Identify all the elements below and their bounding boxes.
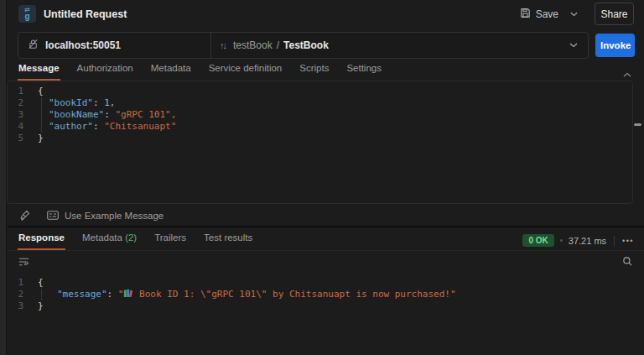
grpc-g-glyph: g: [24, 13, 29, 21]
json-number-value: 1,: [104, 97, 115, 108]
pane-resize-handle[interactable]: [634, 123, 641, 126]
line-number: 4: [8, 121, 23, 133]
request-header: ⇄ g Untitled Request Save Share: [8, 0, 644, 28]
response-toolbar: [8, 250, 644, 272]
server-url-field[interactable]: localhost:50051: [18, 33, 211, 58]
use-example-message-label: Use Example Message: [65, 211, 164, 221]
tab-message[interactable]: Message: [18, 60, 60, 81]
line-number: 2: [8, 289, 23, 300]
line-number: 2: [8, 97, 23, 109]
line-number: 3: [8, 109, 23, 121]
method-chevron-down-icon[interactable]: [559, 43, 588, 48]
bidirectional-arrows-icon: ↑↓: [220, 40, 226, 50]
indent-guide: [41, 97, 42, 133]
tab-response[interactable]: Response: [18, 229, 65, 250]
json-close-brace: }: [38, 133, 44, 144]
json-key: "author": [49, 121, 93, 132]
invoke-button[interactable]: Invoke: [595, 34, 635, 57]
response-section: Response Metadata (2) Trailers Test resu…: [8, 229, 644, 355]
save-options-chevron-down-icon[interactable]: [567, 8, 581, 20]
json-string-value: "Chitsanuapt": [104, 121, 176, 132]
tab-trailers[interactable]: Trailers: [153, 229, 187, 250]
line-number: 1: [8, 86, 23, 97]
tab-authorization[interactable]: Authorization: [76, 60, 134, 81]
save-button-label: Save: [536, 8, 558, 20]
divider: [614, 236, 615, 246]
json-key: "bookName": [49, 109, 104, 120]
beautify-button[interactable]: [19, 210, 30, 221]
wrap-text-icon[interactable]: [18, 257, 29, 267]
response-body-viewer[interactable]: 1 { 2 "message": " Book ID 1: \"gRPC 101…: [8, 272, 644, 312]
url-row: localhost:50051 ↑↓ testBook / TestBook I…: [8, 32, 644, 59]
json-key: "bookId": [49, 97, 93, 108]
json-open-brace: {: [38, 277, 44, 288]
tab-response-metadata[interactable]: Metadata (2): [81, 229, 138, 250]
use-example-message-button[interactable]: Use Example Message: [47, 208, 164, 223]
method-name: TestBook: [283, 39, 329, 51]
json-string-value: "gRPC 101",: [115, 109, 176, 120]
tab-settings[interactable]: Settings: [345, 60, 382, 81]
search-icon[interactable]: [622, 256, 633, 267]
line-number: 1: [8, 277, 23, 289]
collapse-pane-chevron-up-icon[interactable]: [621, 69, 633, 81]
tab-scripts[interactable]: Scripts: [299, 60, 330, 81]
example-message-icon: [47, 208, 59, 223]
tab-metadata[interactable]: Metadata: [150, 60, 192, 81]
insecure-lock-slash-icon: [28, 38, 39, 53]
json-string-value: Book ID 1: \"gRPC 101\" by Chitsanuapt i…: [133, 289, 455, 300]
tab-test-results[interactable]: Test results: [203, 229, 253, 250]
dot-separator: [560, 239, 563, 242]
json-key: "message": [57, 289, 107, 300]
response-meta: 0 OK 37.21 ms •••: [522, 234, 634, 250]
status-badge: 0 OK: [522, 234, 553, 247]
grpc-request-window: ⇄ g Untitled Request Save Share: [0, 0, 644, 355]
line-number: 3: [8, 300, 23, 312]
header-actions: Save Share: [520, 3, 634, 25]
service-method-separator: /: [277, 39, 279, 51]
save-icon: [520, 7, 531, 22]
indent-guide: [41, 289, 42, 300]
share-button-label: Share: [600, 8, 627, 20]
request-tabs: Message Authorization Metadata Service d…: [8, 60, 633, 81]
service-name: testBook: [233, 39, 273, 51]
grpc-request-icon: ⇄ g: [18, 5, 36, 23]
metadata-count: (2): [125, 232, 137, 243]
json-close-brace: }: [38, 300, 44, 311]
response-time: 37.21 ms: [569, 236, 606, 246]
more-options-icon[interactable]: •••: [622, 237, 634, 245]
request-title: Untitled Request: [44, 8, 127, 20]
save-button[interactable]: Save: [520, 7, 558, 22]
collapsed-sidebar-edge: [0, 0, 7, 355]
share-button[interactable]: Share: [595, 3, 634, 25]
method-selector[interactable]: ↑↓ testBook / TestBook: [211, 33, 588, 58]
server-url-bar: localhost:50051 ↑↓ testBook / TestBook: [18, 32, 589, 59]
line-number: 5: [8, 133, 23, 144]
response-tabs: Response Metadata (2) Trailers Test resu…: [8, 229, 644, 250]
tab-service-definition[interactable]: Service definition: [208, 60, 283, 81]
message-editor-toolbar: Use Example Message: [8, 205, 644, 227]
request-message-editor[interactable]: 1 { 2 "bookId": 1, 3 "bookName": "gRPC 1…: [7, 81, 633, 204]
books-emoji-icon: [123, 289, 133, 300]
json-open-brace: {: [38, 86, 44, 97]
server-url-value: localhost:50051: [45, 39, 121, 51]
